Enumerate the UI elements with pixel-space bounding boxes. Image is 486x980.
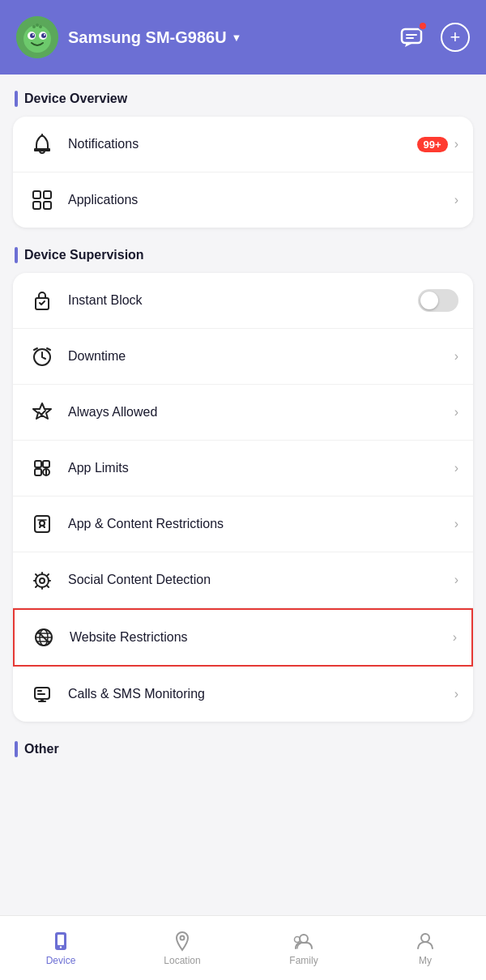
svg-point-10 bbox=[32, 25, 36, 28]
notifications-chevron: › bbox=[454, 137, 458, 151]
dropdown-chevron: ▼ bbox=[232, 32, 242, 44]
social-content-detection-label: Social Content Detection bbox=[68, 573, 454, 587]
calls-sms-monitoring-label: Calls & SMS Monitoring bbox=[68, 687, 454, 701]
svg-rect-24 bbox=[35, 461, 41, 467]
svg-rect-25 bbox=[43, 461, 49, 467]
notifications-label: Notifications bbox=[68, 137, 417, 151]
header-left: Samsung SM-G986U ▼ bbox=[16, 16, 241, 58]
messages-badge bbox=[418, 21, 428, 31]
messages-button[interactable] bbox=[395, 21, 428, 53]
website-restrictions-icon bbox=[29, 623, 58, 652]
svg-line-39 bbox=[47, 586, 49, 587]
always-allowed-icon bbox=[28, 398, 57, 427]
calls-sms-monitoring-item[interactable]: Calls & SMS Monitoring › bbox=[13, 667, 473, 722]
downtime-label: Downtime bbox=[68, 349, 454, 364]
svg-point-33 bbox=[40, 578, 45, 583]
section-device-overview-label: Device Overview bbox=[15, 91, 473, 107]
applications-chevron: › bbox=[454, 193, 458, 207]
app-content-restrictions-chevron: › bbox=[454, 517, 458, 531]
always-allowed-chevron: › bbox=[454, 405, 458, 420]
website-restrictions-label: Website Restrictions bbox=[70, 630, 453, 645]
social-content-detection-chevron: › bbox=[454, 573, 458, 587]
svg-point-6 bbox=[32, 34, 34, 36]
svg-rect-29 bbox=[35, 516, 49, 532]
calls-sms-monitoring-right: › bbox=[454, 687, 458, 701]
app-limits-icon bbox=[28, 454, 57, 483]
instant-block-item[interactable]: Instant Block bbox=[13, 273, 473, 329]
my-nav-icon bbox=[415, 931, 436, 952]
svg-rect-17 bbox=[33, 191, 40, 198]
downtime-icon bbox=[28, 342, 57, 371]
svg-point-5 bbox=[41, 33, 46, 38]
device-overview-card: Notifications 99+ › Applications › bbox=[13, 117, 473, 228]
nav-family[interactable]: Family bbox=[243, 916, 364, 980]
applications-item[interactable]: Applications › bbox=[13, 173, 473, 228]
app-header: Samsung SM-G986U ▼ + bbox=[0, 0, 486, 75]
instant-block-toggle[interactable] bbox=[418, 289, 458, 312]
applications-icon bbox=[28, 185, 57, 215]
app-limits-label: App Limits bbox=[68, 461, 454, 475]
instant-block-icon bbox=[28, 286, 57, 315]
svg-point-53 bbox=[181, 935, 185, 940]
section-device-supervision-label: Device Supervision bbox=[15, 247, 473, 263]
svg-line-40 bbox=[47, 574, 49, 576]
avatar[interactable] bbox=[16, 16, 58, 58]
always-allowed-item[interactable]: Always Allowed › bbox=[13, 385, 473, 441]
svg-rect-18 bbox=[44, 191, 51, 198]
app-content-restrictions-icon bbox=[28, 509, 57, 539]
downtime-item[interactable]: Downtime › bbox=[13, 329, 473, 385]
downtime-chevron: › bbox=[454, 349, 458, 364]
notifications-badge: 99+ bbox=[417, 137, 448, 152]
family-nav-icon bbox=[293, 931, 314, 952]
social-content-detection-icon bbox=[28, 565, 57, 594]
device-nav-icon bbox=[50, 931, 71, 952]
add-device-button[interactable]: + bbox=[441, 23, 470, 52]
always-allowed-right: › bbox=[454, 405, 458, 420]
app-limits-right: › bbox=[454, 461, 458, 475]
svg-rect-19 bbox=[33, 202, 40, 209]
app-limits-chevron: › bbox=[454, 461, 458, 475]
svg-point-7 bbox=[44, 34, 45, 36]
svg-point-11 bbox=[36, 23, 39, 27]
app-content-restrictions-label: App & Content Restrictions bbox=[68, 517, 454, 531]
svg-marker-23 bbox=[33, 403, 51, 419]
instant-block-right bbox=[418, 289, 458, 312]
app-limits-item[interactable]: App Limits › bbox=[13, 441, 473, 496]
location-nav-icon bbox=[172, 931, 193, 952]
svg-line-38 bbox=[36, 574, 37, 576]
svg-rect-51 bbox=[58, 935, 64, 945]
website-restrictions-item[interactable]: Website Restrictions › bbox=[13, 608, 473, 667]
svg-point-56 bbox=[421, 934, 429, 942]
notifications-right: 99+ › bbox=[417, 137, 458, 152]
notifications-item[interactable]: Notifications 99+ › bbox=[13, 117, 473, 173]
app-content-restrictions-right: › bbox=[454, 517, 458, 531]
svg-point-12 bbox=[39, 25, 42, 28]
header-right: + bbox=[395, 21, 470, 53]
device-supervision-card: Instant Block Downtime › bbox=[13, 273, 473, 722]
applications-right: › bbox=[454, 193, 458, 207]
svg-rect-13 bbox=[402, 29, 421, 43]
nav-my[interactable]: My bbox=[364, 916, 486, 980]
applications-label: Applications bbox=[68, 193, 454, 207]
section-other-label: Other bbox=[15, 741, 473, 757]
nav-family-label: Family bbox=[289, 955, 318, 966]
notifications-icon bbox=[28, 130, 57, 159]
svg-line-41 bbox=[36, 586, 37, 587]
social-content-detection-right: › bbox=[454, 573, 458, 587]
social-content-detection-item[interactable]: Social Content Detection › bbox=[13, 552, 473, 608]
instant-block-label: Instant Block bbox=[68, 293, 418, 308]
svg-rect-20 bbox=[44, 202, 51, 209]
nav-location-label: Location bbox=[164, 955, 200, 966]
website-restrictions-chevron: › bbox=[453, 630, 457, 645]
svg-rect-26 bbox=[35, 469, 41, 475]
app-content-restrictions-item[interactable]: App & Content Restrictions › bbox=[13, 496, 473, 552]
device-name[interactable]: Samsung SM-G986U ▼ bbox=[68, 28, 241, 47]
main-content: Device Overview Notifications 99+ › bbox=[0, 75, 486, 980]
svg-point-1 bbox=[23, 25, 51, 53]
calls-sms-monitoring-chevron: › bbox=[454, 687, 458, 701]
nav-device[interactable]: Device bbox=[0, 916, 122, 980]
svg-point-52 bbox=[60, 946, 62, 948]
always-allowed-label: Always Allowed bbox=[68, 405, 454, 420]
nav-location[interactable]: Location bbox=[122, 916, 243, 980]
svg-point-4 bbox=[30, 33, 35, 38]
